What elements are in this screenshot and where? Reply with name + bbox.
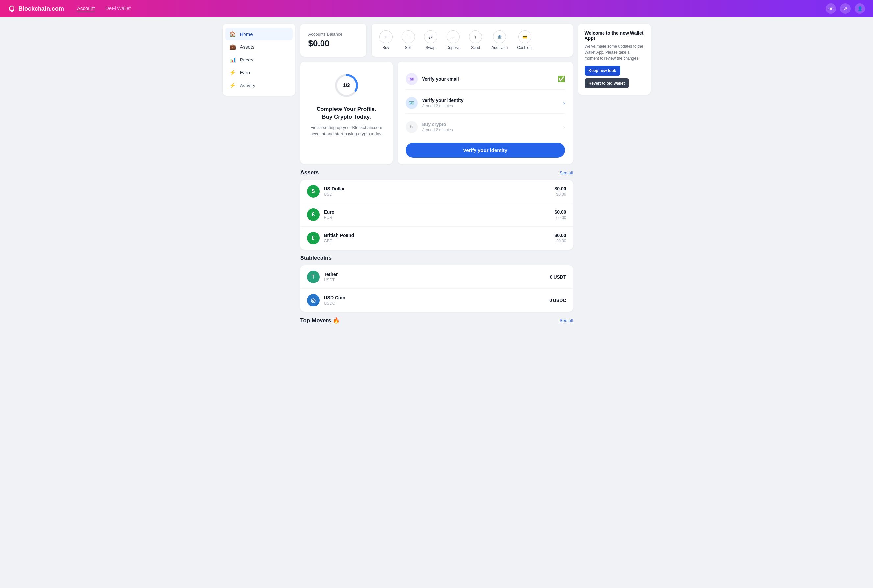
usd-secondary: $0.00 — [554, 192, 566, 196]
sidebar-item-home-label: Home — [240, 31, 253, 37]
prices-icon: 📊 — [229, 57, 236, 63]
eye-icon-btn[interactable]: 👁 — [826, 3, 836, 14]
actions-grid: + Buy − Sell ⇄ Swap ↓ De — [379, 30, 533, 50]
assets-icon: 💼 — [229, 44, 236, 50]
usd-name: US Dollar — [324, 186, 550, 191]
usd-icon: $ — [307, 185, 320, 198]
usd-ticker: USD — [324, 192, 550, 196]
progress-circle: 1/3 — [334, 72, 360, 99]
header-icons: 👁 ↺ 👤 — [826, 3, 865, 14]
gbp-info: British Pound GBP — [324, 233, 550, 243]
refresh-icon: ↺ — [843, 6, 847, 11]
main-content: Accounts Balance $0.00 + Buy − Sell — [301, 24, 573, 328]
verify-identity-button[interactable]: Verify your identity — [406, 143, 565, 158]
sidebar-item-home[interactable]: 🏠 Home — [225, 28, 293, 40]
sidebar-item-prices[interactable]: 📊 Prices — [225, 53, 293, 66]
table-row[interactable]: £ British Pound GBP $0.00 £0.00 — [301, 226, 573, 250]
sidebar-card: 🏠 Home 💼 Assets 📊 Prices ⚡ Earn ⚡ A — [223, 24, 295, 96]
assets-see-all[interactable]: See all — [560, 170, 573, 175]
nav-defi[interactable]: DeFi Wallet — [105, 5, 131, 12]
header-nav: Account DeFi Wallet — [77, 5, 826, 12]
top-movers-title: Top Movers 🔥 — [301, 317, 340, 324]
verify-step-email: ✉ Verify your email ✅ — [406, 68, 565, 90]
actions-card: + Buy − Sell ⇄ Swap ↓ De — [371, 24, 573, 57]
earn-icon: ⚡ — [229, 69, 236, 76]
page-body: 🏠 Home 💼 Assets 📊 Prices ⚡ Earn ⚡ A — [216, 17, 657, 334]
crypto-step-info: Buy crypto Around 2 minutes — [422, 122, 559, 132]
sidebar-item-assets-label: Assets — [240, 44, 255, 50]
refresh-icon-btn[interactable]: ↺ — [840, 3, 850, 14]
welcome-buttons: Keep new look Revert to old wallet — [585, 66, 644, 88]
sidebar-item-activity[interactable]: ⚡ Activity — [225, 79, 293, 92]
header: Blockchain.com Account DeFi Wallet 👁 ↺ 👤 — [0, 0, 873, 17]
action-deposit[interactable]: ↓ Deposit — [446, 30, 460, 50]
keep-new-look-button[interactable]: Keep new look — [585, 66, 620, 76]
balance-label: Accounts Balance — [308, 32, 358, 36]
email-step-icon: ✉ — [406, 73, 418, 85]
table-row[interactable]: $ US Dollar USD $0.00 $0.00 — [301, 180, 573, 203]
send-label: Send — [471, 45, 480, 50]
assets-title: Assets — [301, 170, 319, 176]
stablecoins-card: T Tether USDT 0 USDT ◎ USD Coin — [301, 266, 573, 312]
usdc-ticker: USDC — [324, 301, 545, 306]
usd-primary: $0.00 — [554, 186, 566, 191]
assets-section: Assets See all $ US Dollar USD $0.00 $0.… — [301, 170, 573, 250]
user-icon-btn[interactable]: 👤 — [855, 3, 865, 14]
crypto-step-icon: ↻ — [406, 121, 418, 133]
buy-icon: + — [379, 30, 392, 44]
top-movers-see-all[interactable]: See all — [560, 318, 573, 323]
profile-title: Complete Your Profile.Buy Crypto Today. — [317, 105, 376, 121]
identity-step-title: Verify your identity — [422, 98, 559, 103]
profile-card: 1/3 Complete Your Profile.Buy Crypto Tod… — [301, 62, 392, 164]
tether-info: Tether USDT — [324, 272, 545, 282]
tether-primary: 0 USDT — [550, 274, 566, 279]
verify-card: ✉ Verify your email ✅ 🪪 Verify your iden… — [398, 62, 573, 164]
identity-step-sub: Around 2 minutes — [422, 104, 559, 108]
action-addcash[interactable]: 🏦 Add cash — [491, 30, 508, 50]
gbp-values: $0.00 £0.00 — [554, 233, 566, 243]
email-step-info: Verify your email — [422, 76, 553, 81]
top-row: Accounts Balance $0.00 + Buy − Sell — [301, 24, 573, 57]
table-row[interactable]: T Tether USDT 0 USDT — [301, 266, 573, 289]
swap-label: Swap — [425, 45, 435, 50]
middle-row: 1/3 Complete Your Profile.Buy Crypto Tod… — [301, 62, 573, 164]
welcome-title: Welcome to the new Wallet App! — [585, 30, 644, 41]
balance-amount: $0.00 — [308, 39, 358, 49]
action-cashout[interactable]: 💳 Cash out — [517, 30, 533, 50]
addcash-icon: 🏦 — [493, 30, 506, 44]
profile-desc: Finish setting up your Blockchain.com ac… — [310, 124, 383, 137]
buy-label: Buy — [382, 45, 389, 50]
logo[interactable]: Blockchain.com — [8, 4, 64, 12]
right-sidebar: Welcome to the new Wallet App! We've mad… — [578, 24, 651, 328]
gbp-secondary: £0.00 — [554, 239, 566, 243]
action-buy[interactable]: + Buy — [379, 30, 392, 50]
verify-step-identity[interactable]: 🪪 Verify your identity Around 2 minutes … — [406, 92, 565, 114]
sell-label: Sell — [405, 45, 411, 50]
addcash-label: Add cash — [491, 45, 508, 50]
nav-account[interactable]: Account — [77, 5, 95, 12]
stablecoins-title: Stablecoins — [301, 255, 332, 261]
gbp-icon: £ — [307, 232, 320, 244]
cashout-label: Cash out — [517, 45, 533, 50]
table-row[interactable]: ◎ USD Coin USDC 0 USDC — [301, 289, 573, 312]
sidebar-item-assets[interactable]: 💼 Assets — [225, 40, 293, 53]
revert-to-old-wallet-button[interactable]: Revert to old wallet — [585, 78, 629, 88]
action-swap[interactable]: ⇄ Swap — [424, 30, 437, 50]
welcome-desc: We've made some updates to the Wallet Ap… — [585, 44, 644, 61]
stablecoins-header: Stablecoins — [301, 255, 573, 261]
table-row[interactable]: € Euro EUR $0.00 €0.00 — [301, 203, 573, 226]
identity-step-info: Verify your identity Around 2 minutes — [422, 98, 559, 108]
send-icon: ↑ — [469, 30, 482, 44]
usdc-info: USD Coin USDC — [324, 295, 545, 306]
sidebar-item-earn[interactable]: ⚡ Earn — [225, 66, 293, 79]
eur-icon: € — [307, 208, 320, 221]
sell-icon: − — [402, 30, 415, 44]
assets-card: $ US Dollar USD $0.00 $0.00 € E — [301, 180, 573, 250]
blockchain-logo-icon — [8, 4, 16, 12]
sidebar-item-activity-label: Activity — [240, 82, 256, 88]
action-send[interactable]: ↑ Send — [469, 30, 482, 50]
logo-text: Blockchain.com — [18, 5, 64, 12]
activity-icon: ⚡ — [229, 82, 236, 88]
eye-icon: 👁 — [829, 6, 833, 11]
action-sell[interactable]: − Sell — [402, 30, 415, 50]
